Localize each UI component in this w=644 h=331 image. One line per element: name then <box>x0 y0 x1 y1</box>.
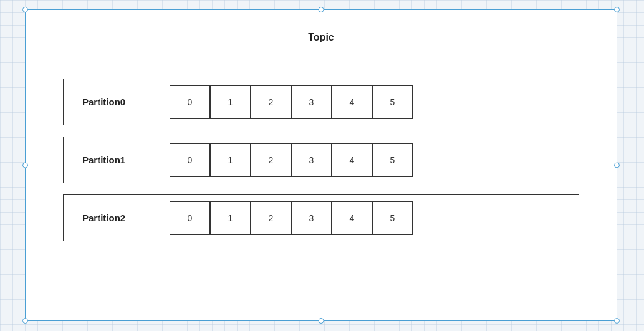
topic-title: Topic <box>26 32 617 43</box>
partition-label-0: Partition0 <box>64 97 170 107</box>
segment-1-4: 4 <box>332 143 372 177</box>
handle-bottom-right[interactable] <box>614 318 620 324</box>
partition-row-2: Partition2012345 <box>63 194 579 241</box>
handle-bottom-left[interactable] <box>22 318 28 324</box>
partition-label-2: Partition2 <box>64 213 170 223</box>
segment-2-2: 2 <box>251 201 291 235</box>
handle-bottom-center[interactable] <box>319 318 324 324</box>
segment-1-0: 0 <box>170 143 210 177</box>
segment-1-1: 1 <box>210 143 251 177</box>
segment-0-5: 5 <box>372 85 413 119</box>
segment-0-0: 0 <box>170 85 210 119</box>
segment-2-0: 0 <box>170 201 210 235</box>
segment-2-3: 3 <box>291 201 332 235</box>
segments-container-1: 012345 <box>170 143 413 177</box>
segments-container-0: 012345 <box>170 85 413 119</box>
partition-row-0: Partition0012345 <box>63 79 579 125</box>
segments-container-2: 012345 <box>170 201 413 235</box>
segment-2-4: 4 <box>332 201 372 235</box>
segment-2-1: 1 <box>210 201 251 235</box>
handle-right-center[interactable] <box>614 163 620 168</box>
handle-top-right[interactable] <box>614 7 620 12</box>
segment-0-3: 3 <box>291 85 332 119</box>
handle-left-center[interactable] <box>22 163 28 168</box>
partition-label-1: Partition1 <box>64 155 170 165</box>
segment-2-5: 5 <box>372 201 413 235</box>
handle-top-center[interactable] <box>319 7 324 12</box>
segment-1-3: 3 <box>291 143 332 177</box>
segment-0-4: 4 <box>332 85 372 119</box>
segment-0-1: 1 <box>210 85 251 119</box>
handle-top-left[interactable] <box>22 7 28 12</box>
segment-1-2: 2 <box>251 143 291 177</box>
partitions-container: Partition0012345Partition1012345Partitio… <box>63 79 579 241</box>
segment-1-5: 5 <box>372 143 413 177</box>
canvas: Topic Partition0012345Partition1012345Pa… <box>25 9 617 321</box>
partition-row-1: Partition1012345 <box>63 137 579 183</box>
segment-0-2: 2 <box>251 85 291 119</box>
